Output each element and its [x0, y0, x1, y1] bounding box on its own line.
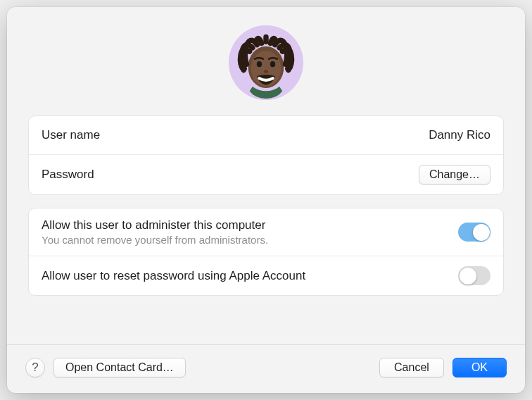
dialog-footer: ? Open Contact Card… Cancel OK — [7, 344, 525, 393]
change-password-button[interactable]: Change… — [419, 165, 490, 185]
password-label: Password — [42, 168, 94, 182]
reset-label: Allow user to reset password using Apple… — [42, 269, 305, 283]
ok-button[interactable]: OK — [452, 358, 507, 377]
toggle-thumb — [460, 268, 476, 285]
username-label: User name — [42, 128, 100, 142]
admin-toggle[interactable] — [458, 223, 490, 242]
admin-row: Allow this user to administer this compu… — [29, 208, 503, 256]
svg-point-4 — [270, 61, 275, 67]
help-icon: ? — [32, 361, 38, 375]
dialog-content: User name Danny Rico Password Change… Al… — [7, 7, 525, 344]
user-info-group: User name Danny Rico Password Change… — [28, 115, 504, 195]
admin-label: Allow this user to administer this compu… — [42, 218, 268, 232]
reset-toggle[interactable] — [458, 266, 490, 285]
user-settings-dialog: User name Danny Rico Password Change… Al… — [7, 7, 525, 393]
username-value: Danny Rico — [429, 128, 490, 142]
admin-sublabel: You cannot remove yourself from administ… — [42, 234, 268, 246]
avatar[interactable] — [229, 25, 303, 100]
cancel-button[interactable]: Cancel — [379, 358, 444, 377]
reset-password-row: Allow user to reset password using Apple… — [29, 256, 503, 295]
open-contact-card-button[interactable]: Open Contact Card… — [53, 358, 186, 377]
avatar-image — [229, 25, 303, 100]
username-row: User name Danny Rico — [29, 116, 503, 154]
svg-point-5 — [264, 70, 268, 73]
admin-text: Allow this user to administer this compu… — [42, 218, 268, 246]
toggle-thumb — [473, 224, 490, 241]
password-row: Password Change… — [29, 154, 503, 194]
svg-point-3 — [257, 61, 262, 67]
help-button[interactable]: ? — [25, 358, 45, 377]
permissions-group: Allow this user to administer this compu… — [28, 208, 504, 296]
